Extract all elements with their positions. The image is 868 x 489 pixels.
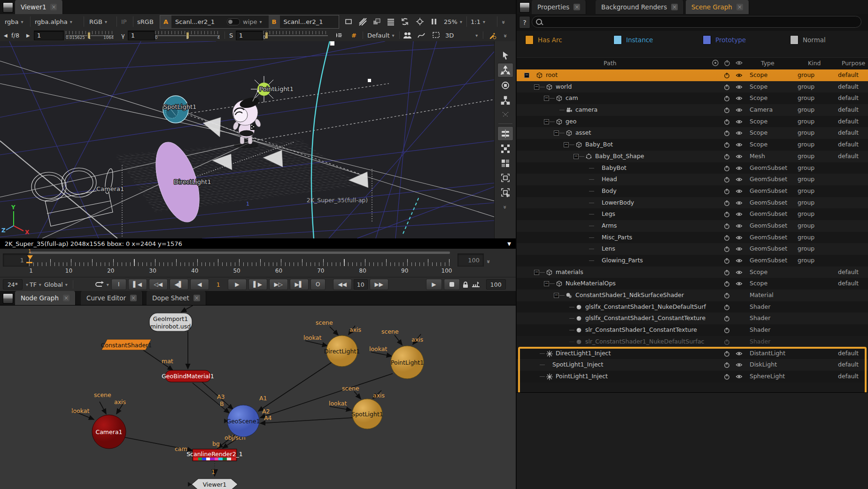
refresh-icon[interactable] <box>401 17 409 26</box>
power-toggle-icon[interactable] <box>724 374 730 381</box>
node-camera[interactable]: Camera1 <box>92 415 126 449</box>
skew-tool-icon[interactable] <box>498 107 513 121</box>
jump-back-button[interactable]: ◀◀ <box>333 279 352 290</box>
power-toggle-icon[interactable] <box>724 258 730 265</box>
scene-graph-row[interactable]: ArmsGeomSubsetgroup <box>517 220 868 232</box>
tab-viewer1[interactable]: Viewer1 × <box>15 0 63 14</box>
tab-scene-graph[interactable]: Scene Graph× <box>686 0 749 14</box>
headlamp-icon[interactable] <box>334 31 343 39</box>
scene-graph-row[interactable]: BabyBotGeomSubsetgroup <box>517 162 868 174</box>
scene-graph-row[interactable]: DirectLight1_InjectDistantLightdefault <box>517 348 868 359</box>
snap-grid-icon[interactable] <box>498 142 513 155</box>
power-toggle-icon[interactable] <box>724 176 730 184</box>
range-start-field[interactable]: 1 <box>3 253 28 267</box>
power-toggle-icon[interactable] <box>724 72 730 80</box>
tab-background-renders[interactable]: Background Renders× <box>596 0 684 14</box>
tf-dropdown[interactable]: TF▾ <box>30 281 41 288</box>
camera-people-icon[interactable] <box>403 31 411 39</box>
wipe-dropdown[interactable]: wipe▾ <box>243 15 262 28</box>
saturation-field[interactable]: 1 <box>236 31 263 40</box>
lock-icon[interactable] <box>462 281 469 288</box>
set-out-button[interactable]: O <box>310 279 326 290</box>
align-tool-icon[interactable] <box>497 126 513 141</box>
pane-menu-icon[interactable] <box>3 293 13 304</box>
timeline-scrollbar[interactable] <box>29 252 450 254</box>
fstop-dec-icon[interactable]: ◀ <box>4 29 8 41</box>
expander-icon[interactable]: − <box>534 270 539 275</box>
eye-toggle-icon[interactable] <box>736 235 743 242</box>
expander-icon[interactable]: − <box>574 154 579 159</box>
gamma-slider[interactable]: 0 1 4 <box>155 31 220 39</box>
flipbook-mark-icon[interactable] <box>472 281 480 288</box>
close-icon[interactable]: × <box>50 4 57 10</box>
frame-step-field[interactable]: 10 <box>354 279 368 290</box>
power-toggle-icon[interactable] <box>724 362 730 369</box>
more-tools-chevron[interactable]: » <box>503 14 505 29</box>
node-geoimport[interactable]: GeoImport1 minirobot.usd <box>149 313 192 331</box>
power-toggle-icon[interactable] <box>724 153 730 161</box>
tools-more-chevron[interactable]: » <box>498 200 513 214</box>
eye-toggle-icon[interactable] <box>736 95 743 103</box>
power-toggle-icon[interactable] <box>724 223 730 230</box>
power-toggle-icon[interactable] <box>724 304 730 312</box>
a-buffer-source[interactable]: Scanl...er2_1 <box>171 18 224 25</box>
stack-mode-icon[interactable] <box>387 17 395 26</box>
tab-curve-editor[interactable]: Curve Editor× <box>81 291 143 305</box>
node-spotlight[interactable]: SpotLight1 <box>351 399 383 429</box>
eye-toggle-icon[interactable] <box>736 281 743 288</box>
tab-node-graph[interactable]: Node Graph× <box>15 291 76 305</box>
eye-toggle-icon[interactable] <box>736 84 743 92</box>
power-toggle-icon[interactable] <box>724 95 730 103</box>
node-geobindmaterial[interactable]: GeoBindMaterial1 <box>162 370 214 382</box>
range-end-field[interactable]: 100 <box>457 253 484 267</box>
dimension-dropdown[interactable]: 3D▾ <box>445 29 478 41</box>
eye-toggle-icon[interactable] <box>736 72 743 80</box>
roi-icon[interactable] <box>416 17 424 26</box>
expander-icon[interactable]: − <box>564 142 569 147</box>
a-buffer-label[interactable]: A <box>160 15 171 28</box>
node-geoscene[interactable]: GeoScene1 <box>224 405 260 437</box>
scene-graph-row[interactable]: −geoScopegroupdefault <box>517 116 868 128</box>
scene-graph-row[interactable]: −worldScopegroupdefault <box>517 81 868 93</box>
zoom-dropdown[interactable]: 25%▾ <box>444 14 462 29</box>
eye-toggle-icon[interactable] <box>736 223 743 230</box>
node-scanlinerender[interactable]: ScanlineRender2_1 <box>186 449 243 461</box>
header-power-icon[interactable] <box>724 60 730 68</box>
scene-graph-row[interactable]: LensGeomSubsetgroup <box>517 243 868 255</box>
scene-graph-row[interactable]: Misc_PartsGeomSubsetgroup <box>517 232 868 244</box>
expander-icon[interactable]: − <box>544 96 549 101</box>
grid-snap-icon[interactable]: # <box>351 29 356 41</box>
scene-graph-row[interactable]: PointLight1_InjectSphereLightdefault <box>517 371 868 382</box>
tab-dope-sheet[interactable]: Dope Sheet× <box>147 291 206 305</box>
gamma-field[interactable]: 1 <box>128 31 155 40</box>
power-toggle-icon[interactable] <box>724 327 730 335</box>
loop-mode-icon[interactable]: ▾ <box>95 281 109 288</box>
scene-graph-row[interactable]: slr_ConstantShader1_NukeDefaultSurfacSha… <box>517 336 868 348</box>
range-scope-dropdown[interactable]: Global▾ <box>44 281 68 288</box>
stop-icon[interactable] <box>444 279 460 290</box>
wipe-toggle[interactable] <box>227 18 240 25</box>
scene-graph-row[interactable]: slr_ConstantShader1_ConstantTextureShade… <box>517 324 868 336</box>
eye-toggle-icon[interactable] <box>736 153 743 161</box>
timeline-chevron[interactable]: » <box>488 256 490 265</box>
curve-icon[interactable] <box>417 31 426 39</box>
gain-slider[interactable]: 0.015625 1 1064 <box>66 31 114 39</box>
close-icon[interactable]: × <box>574 4 580 10</box>
eye-toggle-icon[interactable] <box>736 269 743 277</box>
step-back-button[interactable]: ◀▌ <box>170 279 188 290</box>
play-backward-button[interactable]: ◀ <box>190 279 209 290</box>
eye-toggle-icon[interactable] <box>736 374 743 381</box>
power-toggle-icon[interactable] <box>724 235 730 242</box>
node-viewer1[interactable]: Viewer1 <box>188 479 238 489</box>
more-tools2-chevron[interactable]: » <box>504 29 507 41</box>
step-forward-button[interactable]: ▌▶ <box>248 279 267 290</box>
b-buffer-label[interactable]: B <box>269 15 280 28</box>
playhead[interactable] <box>26 254 34 263</box>
expander-icon[interactable]: − <box>544 119 549 124</box>
node-pointlight[interactable]: PointLight1 <box>391 346 424 379</box>
set-in-button[interactable]: I <box>111 279 126 290</box>
power-toggle-icon[interactable] <box>724 119 730 126</box>
view-preset-dropdown[interactable]: Default▾ <box>367 29 395 41</box>
eye-toggle-icon[interactable] <box>736 142 743 149</box>
current-frame-field[interactable]: 1 <box>217 281 220 288</box>
